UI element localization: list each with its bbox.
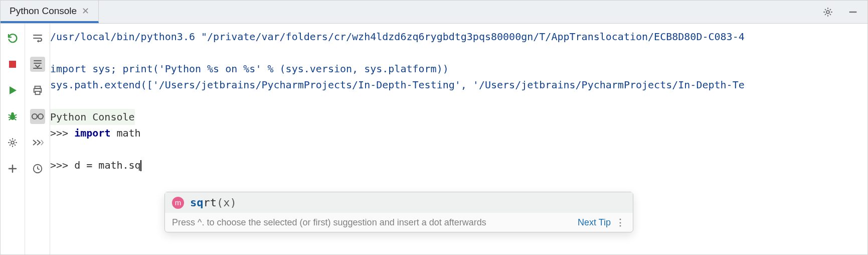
tab-title: Python Console [10,6,77,17]
more-icon[interactable]: ⋮ [616,217,626,228]
console-output[interactable]: /usr/local/bin/python3.6 "/private/var/f… [50,24,867,254]
close-icon[interactable]: ✕ [82,6,89,17]
tabbar-actions [820,1,867,23]
blank-line [50,45,867,61]
python-console-panel: Python Console ✕ [0,0,868,255]
mid-gutter [25,24,50,254]
current-typed: sq [129,159,141,171]
svg-point-5 [11,112,14,115]
next-tip-link[interactable]: Next Tip [578,217,611,228]
tabbar: Python Console ✕ [1,1,867,24]
blank-line [50,141,867,157]
current-prefix: d = math. [74,159,128,171]
keyword-import: import [74,127,110,139]
minimize-icon[interactable] [845,5,860,20]
rerun-icon[interactable] [5,31,20,46]
scroll-to-end-icon[interactable] [30,57,45,72]
show-variables-icon[interactable] [30,109,45,124]
startup-line-1: import sys; print('Python %s on %s' % (s… [50,61,867,77]
svg-line-7 [15,114,17,115]
left-gutter [1,24,25,254]
svg-rect-21 [35,91,40,94]
completion-hint: Press ^. to choose the selected (or firs… [172,217,573,228]
blank-line [50,93,867,109]
console-label-line: Python Console [50,109,867,125]
run-icon[interactable] [5,83,20,98]
completion-hint-row: Press ^. to choose the selected (or firs… [165,213,633,232]
completion-rest: rt [204,196,217,209]
debug-icon[interactable] [5,109,20,124]
interpreter-path-line: /usr/local/bin/python3.6 "/private/var/f… [50,29,867,45]
stop-icon[interactable] [5,57,20,72]
browse-history-icon[interactable] [30,135,45,150]
current-input-line[interactable]: >>> d = math.sq [50,157,867,173]
console-label: Python Console [50,109,135,125]
text-cursor [140,160,141,171]
completion-kind-badge: m [172,197,184,209]
svg-line-6 [9,114,11,115]
svg-point-23 [38,114,43,119]
history-rest: math [110,127,140,139]
history-icon[interactable] [30,161,45,176]
tabbar-spacer [99,1,820,23]
svg-point-12 [11,141,14,144]
add-icon[interactable] [5,161,20,176]
startup-line-2: sys.path.extend(['/Users/jetbrains/Pycha… [50,77,867,93]
completion-match: sq [190,196,204,209]
settings-cog-icon[interactable] [5,135,20,150]
svg-point-0 [826,11,829,14]
print-icon[interactable] [30,83,45,98]
gear-icon[interactable] [820,5,835,20]
prompt: >>> [50,159,68,171]
svg-rect-2 [9,61,16,68]
history-line: >>> import math [50,125,867,141]
completion-signature: (x) [217,196,237,209]
console-body: /usr/local/bin/python3.6 "/private/var/f… [1,24,867,254]
svg-line-11 [15,119,17,120]
soft-wrap-icon[interactable] [30,31,45,46]
completion-popup[interactable]: m sqrt(x) Press ^. to choose the selecte… [164,192,633,232]
completion-item[interactable]: m sqrt(x) [165,192,633,213]
tab-python-console[interactable]: Python Console ✕ [1,1,99,23]
svg-marker-3 [10,86,17,94]
svg-line-10 [9,119,11,120]
svg-point-22 [32,114,37,119]
prompt: >>> [50,127,68,139]
